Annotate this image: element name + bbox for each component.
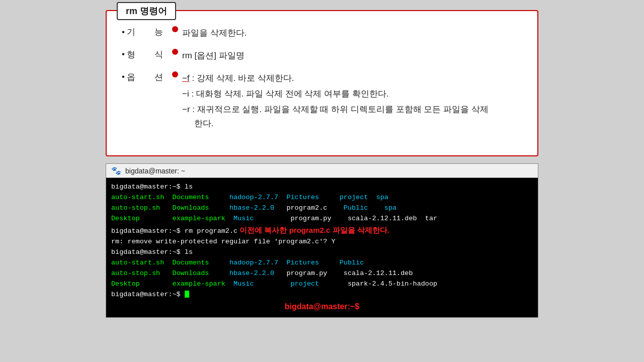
terminal-icon: 🐾 bbox=[111, 166, 121, 175]
option-f-desc: : 강제 삭제. 바로 삭제한다. bbox=[190, 73, 294, 83]
feature-content: 파일을 삭제한다. bbox=[182, 26, 522, 41]
cursor-icon bbox=[185, 291, 189, 298]
annotation-rm: 이전에 복사한 program2.c 파일을 삭제한다. bbox=[237, 226, 389, 234]
rm-command-card: rm 명령어 • 기 능 파일을 삭제한다. • 형 식 rm [옵션] 파일명 bbox=[106, 10, 538, 156]
terminal-line-col2: auto-stop.sh Downloads hbase-2.2.0 progr… bbox=[111, 203, 533, 214]
option-i-desc: : 대화형 삭제. 파일 삭제 전에 삭제 여부를 확인한다. bbox=[189, 89, 389, 99]
feature-label-text: 기 능 bbox=[127, 26, 163, 38]
terminal-line-col6: Desktop example-spark Music project spar… bbox=[111, 279, 533, 290]
terminal-body[interactable]: bigdata@master:~$ ls auto-start.sh Docum… bbox=[106, 177, 538, 318]
terminal-line-ls1: bigdata@master:~$ ls bbox=[111, 182, 533, 193]
terminal-line-ls2: bigdata@master:~$ ls bbox=[111, 247, 533, 258]
terminal-title: bigdata@master: ~ bbox=[125, 167, 185, 175]
terminal-line-prompt: bigdata@master:~$ bbox=[111, 290, 533, 300]
feature-row: • 기 능 파일을 삭제한다. bbox=[122, 26, 522, 41]
option-f: −f : 강제 삭제. 바로 삭제한다. bbox=[182, 71, 522, 86]
options-row: • 옵 션 −f : 강제 삭제. 바로 삭제한다. −i : 대화형 삭제. … bbox=[122, 71, 522, 133]
syntax-row: • 형 식 rm [옵션] 파일명 bbox=[122, 49, 522, 63]
option-r-desc: : 재귀적으로 실행. 파일을 삭제할 때 하위 디렉토리를 포함해 모든 파일… bbox=[182, 105, 489, 129]
terminal-line-col5: auto-stop.sh Downloads hbase-2.2.0 progr… bbox=[111, 268, 533, 279]
terminal-line-col3: Desktop example-spark Music program.py s… bbox=[111, 214, 533, 224]
terminal-wrapper: 🐾 bigdata@master: ~ bigdata@master:~$ ls… bbox=[106, 163, 538, 318]
option-f-flag: −f bbox=[182, 73, 190, 83]
option-i: −i : 대화형 삭제. 파일 삭제 전에 삭제 여부를 확인한다. bbox=[182, 87, 522, 102]
bullet-icon-2: • bbox=[122, 49, 125, 59]
dot-icon-options bbox=[172, 71, 178, 77]
terminal-line-col4: auto-start.sh Documents hadoop-2.7.7 Pic… bbox=[111, 258, 533, 268]
terminal-line-confirm: rm: remove write-protected regular file … bbox=[111, 237, 533, 247]
options-label: • 옵 션 bbox=[122, 71, 172, 83]
option-i-flag: −i bbox=[182, 89, 189, 99]
bullet-icon: • bbox=[122, 27, 125, 37]
bullet-icon-3: • bbox=[122, 72, 125, 82]
syntax-label: • 형 식 bbox=[122, 49, 172, 60]
feature-label: • 기 능 bbox=[122, 26, 172, 38]
dot-icon-feature bbox=[172, 26, 178, 32]
dot-icon-syntax bbox=[172, 49, 178, 55]
terminal-line-rm: bigdata@master:~$ rm program2.c 이전에 복사한 … bbox=[111, 224, 533, 237]
terminal-line-col1: auto-start.sh Documents hadoop-2.7.7 Pic… bbox=[111, 193, 533, 203]
option-r-flag: −r bbox=[182, 105, 190, 114]
terminal-titlebar: 🐾 bigdata@master: ~ bbox=[106, 163, 538, 177]
info-table: • 기 능 파일을 삭제한다. • 형 식 rm [옵션] 파일명 • 옵 션 bbox=[122, 26, 522, 132]
card-title: rm 명령어 bbox=[117, 2, 176, 20]
options-label-text: 옵 션 bbox=[127, 71, 163, 83]
options-content: −f : 강제 삭제. 바로 삭제한다. −i : 대화형 삭제. 파일 삭제 … bbox=[182, 71, 522, 133]
syntax-content: rm [옵션] 파일명 bbox=[182, 49, 522, 63]
syntax-label-text: 형 식 bbox=[127, 49, 163, 60]
option-r: −r : 재귀적으로 실행. 파일을 삭제할 때 하위 디렉토리를 포함해 모든… bbox=[182, 103, 522, 132]
annotation-deleted: bigdata@master:~$ bbox=[111, 301, 533, 313]
